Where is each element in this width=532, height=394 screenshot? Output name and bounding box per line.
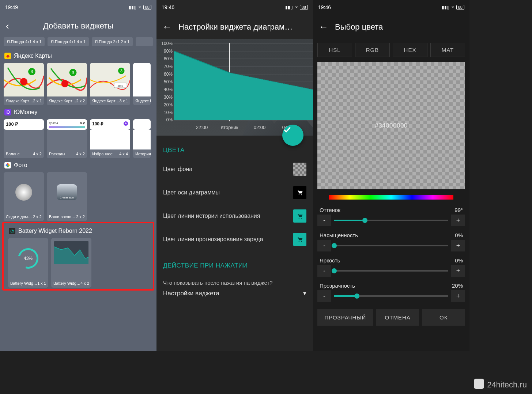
page-title: Добавить виджеты bbox=[43, 21, 113, 31]
widget-card[interactable]: Battery Widg…4 x 2 bbox=[51, 238, 91, 288]
widget-card[interactable]: траты0 ₽ Расходы4 x 2 bbox=[47, 119, 87, 158]
history-color-swatch[interactable] bbox=[293, 209, 306, 223]
tab-mat[interactable]: MAT bbox=[430, 43, 465, 57]
widget-card[interactable]: 1 year ago Ваши воспо…2 x 2 bbox=[47, 172, 87, 221]
cart-icon bbox=[297, 213, 303, 219]
row-axis-color[interactable]: Цвет оси диаграммы bbox=[156, 181, 313, 204]
section-action-title: ДЕЙСТВИЕ ПРИ НАЖАТИИ bbox=[156, 251, 313, 273]
svg-point-13 bbox=[5, 164, 8, 166]
svg-text:100%: 100% bbox=[161, 41, 173, 46]
minus-button[interactable]: - bbox=[317, 265, 331, 277]
dropdown-icon: ▾ bbox=[303, 289, 306, 297]
minus-button[interactable]: - bbox=[317, 215, 331, 226]
watermark-text: 24hitech.ru bbox=[487, 380, 527, 389]
tab-rgb[interactable]: RGB bbox=[355, 43, 390, 57]
photos-icon bbox=[4, 162, 11, 168]
status-time: 19:49 bbox=[5, 4, 18, 10]
plus-button[interactable]: + bbox=[451, 240, 465, 251]
back-icon[interactable]: ← bbox=[319, 21, 328, 33]
svg-text:30%: 30% bbox=[164, 95, 173, 100]
action-dropdown[interactable]: Настройки виджета ▾ bbox=[156, 287, 313, 304]
wifi-icon: ⌔ bbox=[452, 5, 454, 10]
cancel-button[interactable]: ОТМЕНА bbox=[376, 309, 419, 326]
row-label: Цвет оси диаграммы bbox=[163, 189, 220, 196]
hue-strip[interactable] bbox=[328, 194, 455, 201]
yandex-maps-icon: ◆ bbox=[4, 53, 11, 59]
section-photos: Фото bbox=[0, 158, 156, 172]
svg-text:80%: 80% bbox=[164, 56, 173, 61]
ok-button[interactable]: ОК bbox=[422, 309, 465, 326]
plus-button[interactable]: + bbox=[451, 265, 465, 277]
widget-card[interactable]: 100 ₽ Баланс4 x 2 bbox=[4, 119, 44, 158]
svg-text:10%: 10% bbox=[164, 110, 173, 115]
cart-icon bbox=[297, 189, 303, 196]
section-yandex-maps: ◆ Яндекс Карты bbox=[0, 49, 156, 63]
chart-preview: 100%90%80% 70%60%50% 40%30%20% 10%0% 22:… bbox=[156, 39, 313, 136]
row-history-color[interactable]: Цвет линии истории использования bbox=[156, 204, 313, 228]
svg-point-3 bbox=[61, 80, 69, 87]
check-icon bbox=[282, 125, 292, 134]
signal-icon: ▮▮▯ bbox=[285, 5, 293, 10]
widget-card[interactable]: Яндекс К… bbox=[133, 63, 151, 105]
screen-color-picker: 19:46 ▮▮▯ ⌔ 88 ← Выбор цвета HSL RGB HEX… bbox=[313, 0, 469, 351]
watermark-icon bbox=[474, 379, 484, 389]
slider-track[interactable] bbox=[334, 245, 448, 246]
slider-track[interactable] bbox=[334, 270, 448, 272]
status-bar: 19:49 ▮▮▯ ⌔ 88 bbox=[0, 0, 156, 15]
slider-lightness: Яркость 0% - + bbox=[313, 254, 469, 279]
svg-text:3: 3 bbox=[120, 69, 122, 73]
confirm-fab[interactable] bbox=[282, 125, 303, 146]
weather-tag[interactable]: Я.Погода 4x1 4 x 1 bbox=[48, 37, 88, 46]
svg-text:22:00: 22:00 bbox=[196, 125, 208, 130]
widget-card[interactable]: 3 28 м Яндекс Карт…3 x 1 bbox=[90, 63, 130, 105]
svg-text:02:00: 02:00 bbox=[254, 125, 266, 130]
tab-hsl[interactable]: HSL bbox=[317, 43, 352, 57]
battery-icon: 88 bbox=[456, 5, 464, 10]
back-icon[interactable]: ‹ bbox=[6, 20, 9, 32]
svg-marker-27 bbox=[174, 51, 313, 120]
widget-card[interactable]: Люди и дом…2 x 2 bbox=[4, 172, 44, 221]
row-label: Цвет фона bbox=[163, 166, 192, 173]
widget-card[interactable]: История bbox=[133, 119, 151, 158]
plus-button[interactable]: + bbox=[451, 290, 465, 302]
svg-point-44 bbox=[301, 194, 302, 195]
status-time: 19:46 bbox=[318, 4, 331, 10]
forecast-color-swatch[interactable] bbox=[293, 233, 306, 246]
weather-tag[interactable]: Я.Погода 4x1 4 x 1 bbox=[4, 37, 45, 46]
widget-card[interactable]: 100 ₽ + Избранное4 x 4 bbox=[90, 119, 130, 158]
svg-point-43 bbox=[299, 194, 299, 195]
section-title: Battery Widget Reborn 2022 bbox=[18, 228, 92, 234]
color-swatch-preview[interactable]: #34000000 bbox=[317, 62, 465, 189]
yoomoney-icon: Ю bbox=[4, 109, 11, 115]
header: ← Настройки виджета диаграм… bbox=[156, 15, 313, 39]
slider-value: 0% bbox=[455, 232, 463, 238]
widget-card[interactable]: 43% Battery Widg…1 x 1 bbox=[8, 238, 48, 288]
widget-card[interactable]: 3 Яндекс Карт…2 x 1 bbox=[4, 63, 44, 105]
slider-track[interactable] bbox=[334, 295, 448, 297]
row-bg-colorључgår[interactable]: Цвет фона bbox=[156, 158, 313, 181]
row-forecast-color[interactable]: Цвет линии прогнозирования заряда bbox=[156, 228, 313, 251]
wifi-icon: ⌔ bbox=[139, 5, 141, 10]
svg-point-45 bbox=[299, 218, 299, 219]
svg-point-46 bbox=[301, 218, 302, 219]
weather-tag[interactable]: Я.Погода 2x1 2 x 1 bbox=[92, 37, 133, 46]
status-time: 19:46 bbox=[162, 4, 174, 10]
transparent-button[interactable]: ПРОЗРАЧНЫЙ bbox=[317, 309, 373, 326]
widget-card[interactable]: 3 Яндекс Карт…2 x 2 bbox=[47, 63, 87, 105]
slider-hue: Оттенок 99° - + bbox=[313, 203, 469, 228]
signal-icon: ▮▮▯ bbox=[129, 5, 136, 10]
plus-button[interactable]: + bbox=[451, 215, 465, 226]
dropdown-value: Настройки виджета bbox=[163, 290, 219, 297]
tab-hex[interactable]: HEX bbox=[393, 43, 427, 57]
action-description: Что показывать после нажатия на виджет? bbox=[156, 273, 313, 287]
back-icon[interactable]: ← bbox=[162, 21, 172, 33]
axis-color-swatch[interactable] bbox=[293, 186, 306, 199]
slider-track[interactable] bbox=[334, 220, 448, 221]
weather-tag[interactable] bbox=[136, 37, 153, 46]
svg-point-0 bbox=[20, 78, 27, 86]
minus-button[interactable]: - bbox=[317, 240, 331, 251]
minus-button[interactable]: - bbox=[317, 290, 331, 302]
bg-color-swatch[interactable] bbox=[293, 163, 306, 176]
svg-text:90%: 90% bbox=[164, 49, 173, 54]
row-label: Цвет линии прогнозирования заряда bbox=[163, 236, 263, 243]
